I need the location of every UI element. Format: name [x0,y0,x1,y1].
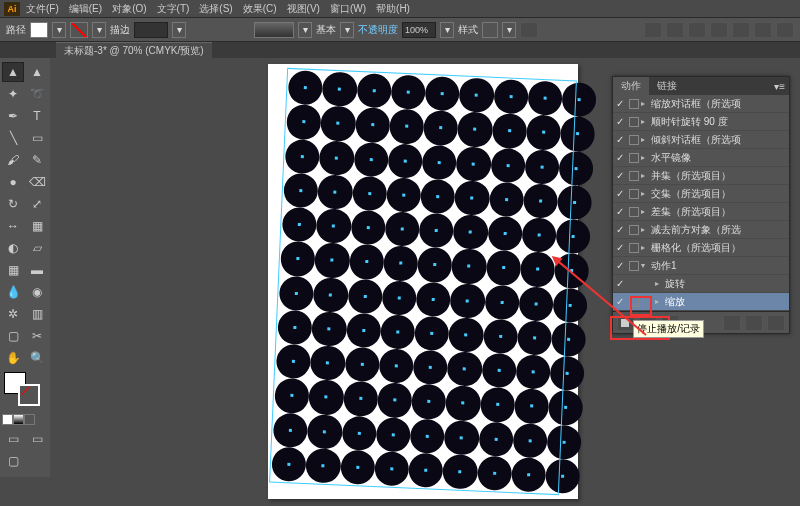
check-icon[interactable]: ✓ [613,170,627,181]
artwork-circle[interactable] [288,70,324,106]
artwork-circle[interactable] [273,412,309,448]
artwork-circle[interactable] [523,183,559,219]
artwork-circle[interactable] [378,348,414,384]
artwork-circle[interactable] [517,320,553,356]
artwork-circle[interactable] [546,424,582,460]
opacity-input[interactable] [402,22,436,38]
expand-icon[interactable]: ▸ [641,171,651,180]
lasso-tool[interactable]: ➰ [26,84,48,104]
artwork-circle[interactable] [381,280,417,316]
artwork-circle[interactable] [545,458,581,494]
style-dd[interactable]: ▾ [340,22,354,38]
artwork-circle[interactable] [526,115,562,151]
expand-icon[interactable]: ▾ [641,261,651,270]
check-icon[interactable]: ✓ [613,116,627,127]
artwork-circle[interactable] [493,79,529,115]
artwork-circle[interactable] [375,417,411,453]
action-row[interactable]: ✓▸减去前方对象（所选 [613,221,789,239]
brush-swatch[interactable] [254,22,294,38]
graph-tool[interactable]: ▥ [26,304,48,324]
style2-dd[interactable]: ▾ [502,22,516,38]
menu-type[interactable]: 文字(T) [157,2,190,16]
artwork-circle[interactable] [488,182,524,218]
artwork-circle[interactable] [484,284,520,320]
style2-swatch[interactable] [482,22,498,38]
artwork-circle[interactable] [445,385,481,421]
dialog-toggle-icon[interactable] [629,243,639,253]
action-row[interactable]: ✓▸倾斜对话框（所选项 [613,131,789,149]
artwork-circle[interactable] [448,317,484,353]
artwork-circle[interactable] [277,309,313,345]
stroke-weight-input[interactable] [134,22,168,38]
artwork-circle[interactable] [476,455,512,491]
artwork-circle[interactable] [479,387,515,423]
artwork-circle[interactable] [411,384,447,420]
artwork-circle[interactable] [424,76,460,112]
check-icon[interactable]: ✓ [613,98,627,109]
check-icon[interactable]: ✓ [613,152,627,163]
action-step-row[interactable]: ✓▸旋转 [613,275,789,293]
mesh-tool[interactable]: ▦ [2,260,24,280]
zoom-tool[interactable]: 🔍 [26,348,48,368]
artwork-circle[interactable] [515,354,551,390]
artwork-circle[interactable] [355,107,391,143]
blob-brush-tool[interactable]: ● [2,172,24,192]
artwork-circle[interactable] [417,247,453,283]
artwork-circle[interactable] [274,378,310,414]
artwork-circle[interactable] [386,177,422,213]
color-mode-none[interactable] [24,414,35,425]
check-icon[interactable]: ✓ [613,296,627,307]
artwork-circle[interactable] [341,415,377,451]
menu-view[interactable]: 视图(V) [287,2,320,16]
rotate-tool[interactable]: ↻ [2,194,24,214]
action-row[interactable]: ✓▸交集（所选项目） [613,185,789,203]
check-icon[interactable]: ✓ [613,188,627,199]
artwork-circle[interactable] [283,173,319,209]
width-tool[interactable]: ↔ [2,216,24,236]
rectangle-tool[interactable]: ▭ [26,128,48,148]
artwork-circle[interactable] [320,106,356,142]
dialog-toggle-icon[interactable] [629,117,639,127]
expand-icon[interactable]: ▸ [641,207,651,216]
check-icon[interactable]: ✓ [613,206,627,217]
artwork-circle[interactable] [344,347,380,383]
menu-object[interactable]: 对象(O) [112,2,146,16]
dialog-toggle-icon[interactable] [629,99,639,109]
artwork-circle[interactable] [389,109,425,145]
artwork-circle[interactable] [279,275,315,311]
gradient-tool[interactable]: ▬ [26,260,48,280]
transform-icon[interactable] [776,22,794,38]
artwork-circle[interactable] [453,214,489,250]
stroke-dropdown[interactable]: ▾ [92,22,106,38]
artwork-circle[interactable] [313,277,349,313]
menu-select[interactable]: 选择(S) [199,2,232,16]
opacity-dd[interactable]: ▾ [440,22,454,38]
artwork-circle[interactable] [347,278,383,314]
type-tool[interactable]: T [26,106,48,126]
artwork-circle[interactable] [410,418,446,454]
dialog-toggle-icon[interactable] [629,189,639,199]
artwork-circle[interactable] [285,138,321,174]
screen-mode[interactable]: ▢ [2,451,24,471]
color-mode-gradient[interactable] [13,414,24,425]
hand-tool[interactable]: ✋ [2,348,24,368]
stroke-swatch[interactable] [70,22,88,38]
artwork-circle[interactable] [316,208,352,244]
align-3-icon[interactable] [688,22,706,38]
symbol-sprayer-tool[interactable]: ✲ [2,304,24,324]
artwork-circle[interactable] [387,143,423,179]
artwork-circle[interactable] [487,216,523,252]
line-tool[interactable]: ╲ [2,128,24,148]
opacity-label[interactable]: 不透明度 [358,23,398,37]
expand-icon[interactable]: ▸ [641,135,651,144]
expand-icon[interactable]: ▸ [641,225,651,234]
align-1-icon[interactable] [644,22,662,38]
menu-edit[interactable]: 编辑(E) [69,2,102,16]
artwork-circle[interactable] [454,180,490,216]
artwork-circle[interactable] [459,77,495,113]
check-icon[interactable]: ✓ [613,242,627,253]
artwork-circle[interactable] [527,80,563,116]
document-tab[interactable]: 未标题-3* @ 70% (CMYK/预览) [56,42,212,59]
action-row[interactable]: ✓▸并集（所选项目） [613,167,789,185]
menu-window[interactable]: 窗口(W) [330,2,366,16]
